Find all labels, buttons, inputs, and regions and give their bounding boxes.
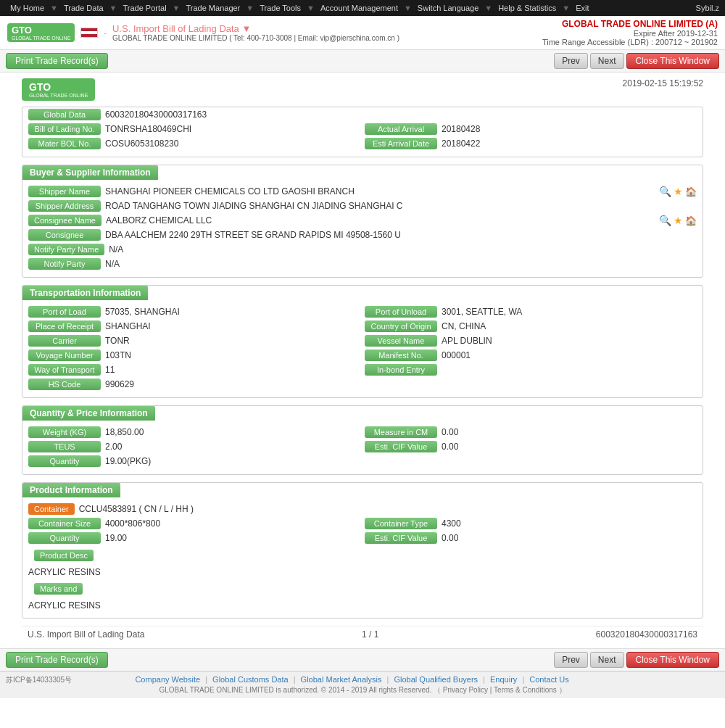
actual-arrival-label: Actual Arrival: [365, 123, 437, 135]
nav-menu: My Home ▼ Trade Data ▼ Trade Portal ▼ Tr…: [6, 0, 593, 16]
record-logo-text: GTO: [29, 81, 88, 93]
nav-account-management[interactable]: Account Management: [316, 0, 402, 16]
product-desc-section: Product Desc: [22, 545, 703, 566]
consignee-search-icon[interactable]: 🔍: [659, 215, 671, 226]
carrier-row: Carrier TONR Vessel Name APL DUBLIN: [22, 334, 703, 348]
bol-value: TONRSHA180469CHI: [105, 124, 360, 134]
flag-icon: [80, 28, 98, 38]
close-button-bottom[interactable]: Close This Window: [626, 652, 719, 668]
logo-sub: GLOBAL TRADE ONLINE: [12, 36, 70, 41]
product-info-title: Product Information: [22, 483, 120, 497]
footer-contact[interactable]: Contact Us: [529, 675, 568, 684]
place-receipt-label: Place of Receipt: [28, 320, 101, 332]
global-data-card: Global Data 600320180430000317163 Bill o…: [22, 107, 703, 157]
user-display: Sybil.z: [696, 4, 719, 12]
nav-buttons-top: Prev Next Close This Window: [554, 53, 719, 69]
container-value: CCLU4583891 ( CN / L / HH ): [79, 504, 697, 514]
consignee-name-value: AALBORZ CHEMICAL LLC: [106, 215, 652, 226]
container-size-label: Container Size: [28, 518, 101, 529]
nav-trade-tools[interactable]: Trade Tools: [255, 0, 305, 16]
footer-company-website[interactable]: Company Website: [135, 675, 200, 684]
hs-code-value: 990629: [105, 379, 360, 389]
product-cif-value: 0.00: [442, 533, 697, 543]
voyage-label: Voyage Number: [28, 349, 101, 361]
buyer-supplier-card: Buyer & Supplier Information Shipper Nam…: [22, 165, 703, 278]
prev-button-bottom[interactable]: Prev: [554, 652, 588, 668]
consignee-value: DBA AALCHEM 2240 29TH STREET SE GRAND RA…: [105, 230, 697, 240]
notify-party-name-label: Notify Party Name: [28, 244, 104, 255]
logo-text: GTO: [12, 25, 70, 36]
esti-arrival-value: 20180422: [442, 138, 697, 149]
next-button-top[interactable]: Next: [590, 53, 624, 69]
carrier-left: Carrier TONR: [28, 335, 360, 347]
global-data-value: 600320180430000317163: [105, 109, 697, 120]
consignee-home-icon[interactable]: 🏠: [685, 215, 697, 226]
footer-sep-4: |: [483, 675, 487, 684]
nav-help-statistics[interactable]: Help & Statistics: [494, 0, 560, 16]
shipper-search-icon[interactable]: 🔍: [659, 186, 671, 197]
record-footer-id: 600320180430000317163: [596, 629, 697, 640]
nav-switch-language[interactable]: Switch Language: [413, 0, 483, 16]
notify-party-name-row: Notify Party Name N/A: [22, 242, 703, 257]
consignee-star-icon[interactable]: ★: [674, 215, 683, 226]
carrier-value: TONR: [105, 336, 360, 346]
nav-my-home[interactable]: My Home: [6, 0, 49, 16]
record-logo-sub: GLOBAL TRADE ONLINE: [29, 93, 88, 98]
shipper-home-icon[interactable]: 🏠: [685, 186, 697, 197]
shipper-address-label: Shipper Address: [28, 200, 101, 212]
master-bol-row: Mater BOL No. COSU6053108230 Esti Arriva…: [22, 136, 703, 151]
footer-enquiry[interactable]: Enquiry: [490, 675, 517, 684]
nav-trade-portal[interactable]: Trade Portal: [118, 0, 170, 16]
actual-arrival-value: 20180428: [442, 124, 697, 134]
product-qty-row: Quantity 19.00 Esti. CIF Value 0.00: [22, 531, 703, 545]
vessel-name-value: APL DUBLIN: [442, 336, 697, 346]
shipper-address-value: ROAD TANGHANG TOWN JIADING SHANGHAI CN J…: [105, 201, 697, 211]
prev-button-top[interactable]: Prev: [554, 53, 588, 69]
next-button-bottom[interactable]: Next: [590, 652, 624, 668]
footer-global-market[interactable]: Global Market Analysis: [301, 675, 382, 684]
buyer-supplier-title: Buyer & Supplier Information: [22, 165, 158, 180]
transportation-title: Transportation Information: [22, 286, 148, 300]
in-bond-label: In-bond Entry: [365, 364, 437, 376]
notify-party-row: Notify Party N/A: [22, 257, 703, 271]
shipper-address-row: Shipper Address ROAD TANGHANG TOWN JIADI…: [22, 199, 703, 213]
manifest-label: Manifest No.: [365, 349, 437, 361]
footer-global-customs[interactable]: Global Customs Data: [212, 675, 289, 684]
port-load-left: Port of Load 57035, SHANGHAI: [28, 306, 360, 318]
print-record-button-top[interactable]: Print Trade Record(s): [6, 53, 108, 69]
consignee-label: Consignee: [28, 229, 101, 241]
main-content: GTO GLOBAL TRADE ONLINE 2019-02-15 15:19…: [0, 73, 725, 648]
way-transport-label: Way of Transport: [28, 364, 101, 376]
footer-global-buyers[interactable]: Global Qualified Buyers: [394, 675, 478, 684]
port-load-row: Port of Load 57035, SHANGHAI Port of Unl…: [22, 305, 703, 319]
shipper-star-icon[interactable]: ★: [674, 186, 683, 197]
close-button-top[interactable]: Close This Window: [626, 53, 719, 69]
bol-left: Bill of Lading No. TONRSHA180469CHI: [28, 123, 360, 135]
container-size-value: 4000*806*800: [105, 518, 360, 529]
esti-cif-label: Esti. CIF Value: [365, 441, 437, 452]
hs-code-row: HS Code 990629: [22, 377, 703, 392]
print-record-button-bottom[interactable]: Print Trade Record(s): [6, 652, 108, 668]
page-header: GTO GLOBAL TRADE ONLINE - U.S. Import Bi…: [0, 16, 725, 50]
master-bol-left: Mater BOL No. COSU6053108230: [28, 138, 360, 149]
container-type-value: 4300: [442, 518, 697, 529]
shipper-name-row: Shipper Name SHANGHAI PIONEER CHEMICALS …: [22, 184, 703, 199]
place-receipt-left: Place of Receipt SHANGHAI: [28, 320, 360, 332]
header-contact: GLOBAL TRADE ONLINE LIMITED ( Tel: 400-7…: [112, 34, 399, 42]
container-size-row: Container Size 4000*806*800 Container Ty…: [22, 516, 703, 531]
voyage-row: Voyage Number 103TN Manifest No. 000001: [22, 348, 703, 363]
qty-row: Quantity 19.00(PKG): [22, 454, 703, 468]
notify-party-name-value: N/A: [109, 244, 697, 255]
footer-sep-1: |: [205, 675, 210, 684]
time-range: Time Range Accessible (LDR) : 200712 ~ 2…: [542, 38, 718, 46]
bol-label: Bill of Lading No.: [28, 123, 101, 135]
nav-trade-manager[interactable]: Trade Manager: [181, 0, 244, 16]
record-footer: U.S. Import Bill of Lading Data 1 / 1 60…: [22, 626, 703, 642]
product-desc-text: ACRYLIC RESINS: [22, 566, 703, 579]
container-label: Container: [28, 503, 75, 515]
hs-code-label: HS Code: [28, 379, 101, 390]
qty-left: Quantity 19.00(PKG): [28, 455, 360, 467]
nav-trade-data[interactable]: Trade Data: [59, 0, 108, 16]
nav-exit[interactable]: Exit: [571, 0, 593, 16]
port-unload-right: Port of Unload 3001, SEATTLE, WA: [365, 306, 697, 318]
